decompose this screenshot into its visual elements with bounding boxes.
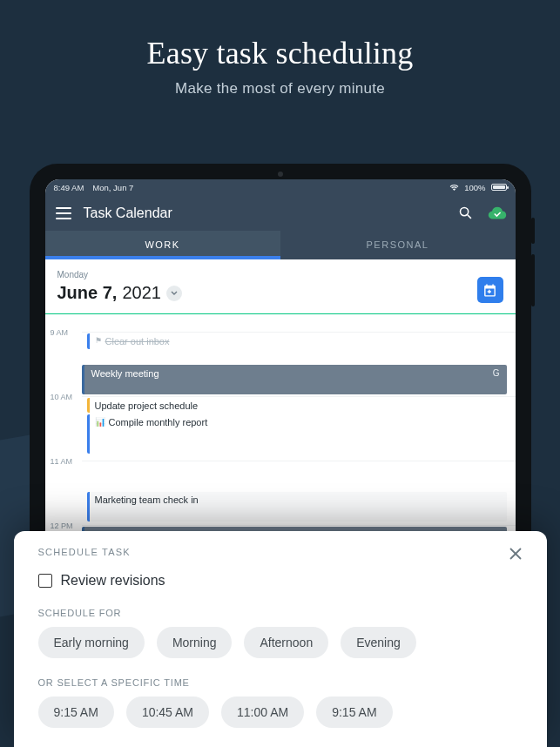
battery-icon bbox=[491, 184, 507, 191]
hour-line bbox=[82, 396, 516, 397]
chart-icon: 📊 bbox=[95, 417, 105, 427]
chip-time-2[interactable]: 10:45 AM bbox=[126, 697, 209, 728]
wifi-icon bbox=[449, 184, 459, 191]
statusbar-time: 8:49 AM bbox=[54, 183, 84, 192]
statusbar-date: Mon, Jun 7 bbox=[92, 183, 133, 192]
specific-time-label: OR SELECT A SPECIFIC TIME bbox=[38, 677, 523, 688]
event-item[interactable]: Weekly meeting G bbox=[82, 365, 507, 394]
hero-title: Easy task scheduling bbox=[0, 35, 560, 71]
tab-work[interactable]: WORK bbox=[45, 231, 280, 259]
camera-dot bbox=[278, 172, 283, 177]
menu-icon[interactable] bbox=[56, 207, 71, 219]
hero-subtitle: Make the most of every minute bbox=[0, 80, 560, 98]
tabs: WORK PERSONAL bbox=[45, 231, 516, 259]
flag-icon: ⚑ bbox=[95, 336, 102, 345]
date-year: 2021 bbox=[122, 283, 161, 303]
tab-personal[interactable]: PERSONAL bbox=[280, 231, 516, 259]
hour-label: 12 PM bbox=[51, 522, 73, 530]
chip-afternoon[interactable]: Afternoon bbox=[244, 627, 328, 658]
appbar: Task Calendar bbox=[45, 195, 516, 231]
time-of-day-chips: Early morning Morning Afternoon Evening bbox=[38, 627, 523, 658]
cloud-sync-icon[interactable] bbox=[488, 206, 507, 220]
chip-time-3[interactable]: 11:00 AM bbox=[221, 697, 304, 728]
add-event-button[interactable] bbox=[477, 277, 503, 303]
svg-point-0 bbox=[460, 207, 468, 215]
date-month-day: June 7, bbox=[57, 283, 118, 303]
svg-line-1 bbox=[468, 215, 471, 219]
sheet-eyebrow: SCHEDULE TASK bbox=[38, 547, 131, 557]
statusbar-battery-pct: 100% bbox=[464, 183, 485, 192]
event-title: Clear out inbox bbox=[105, 336, 170, 347]
hour-line bbox=[82, 332, 516, 333]
chip-morning[interactable]: Morning bbox=[157, 627, 233, 658]
weekday-label: Monday bbox=[57, 270, 182, 279]
chip-time-4[interactable]: 9:15 AM bbox=[316, 697, 392, 728]
chip-evening[interactable]: Evening bbox=[341, 627, 416, 658]
hero: Easy task scheduling Make the most of ev… bbox=[0, 0, 560, 98]
event-item[interactable]: Marketing team check in bbox=[87, 492, 507, 522]
event-title: Update project schedule bbox=[95, 400, 199, 411]
schedule-task-sheet: SCHEDULE TASK Review revisions SCHEDULE … bbox=[14, 531, 547, 747]
task-checkbox[interactable] bbox=[38, 574, 52, 588]
date-header: Monday June 7, 2021 bbox=[45, 259, 516, 314]
date-picker-dropdown[interactable] bbox=[166, 286, 182, 301]
close-icon[interactable] bbox=[509, 547, 523, 564]
event-item[interactable]: Update project schedule bbox=[87, 398, 507, 413]
search-icon[interactable] bbox=[456, 204, 476, 223]
hour-line bbox=[82, 461, 516, 461]
hour-line bbox=[82, 525, 516, 526]
event-item[interactable]: ⚑ Clear out inbox bbox=[87, 333, 507, 349]
chip-early-morning[interactable]: Early morning bbox=[38, 627, 145, 658]
schedule-for-label: SCHEDULE FOR bbox=[38, 608, 523, 618]
event-title: Marketing team check in bbox=[95, 495, 199, 505]
task-name: Review revisions bbox=[61, 573, 165, 589]
hour-label: 9 AM bbox=[51, 328, 69, 337]
specific-time-chips: 9:15 AM 10:45 AM 11:00 AM 9:15 AM bbox=[38, 697, 523, 728]
hour-label: 10 AM bbox=[51, 393, 73, 401]
event-item[interactable]: 📊 Compile monthly report bbox=[87, 414, 507, 454]
chip-time-1[interactable]: 9:15 AM bbox=[38, 697, 114, 728]
event-title: Compile monthly report bbox=[109, 417, 208, 427]
appbar-title: Task Calendar bbox=[84, 205, 444, 221]
hour-label: 11 AM bbox=[51, 457, 73, 466]
event-title: Weekly meeting bbox=[91, 368, 159, 379]
event-source-badge: G bbox=[493, 368, 500, 378]
statusbar: 8:49 AM Mon, Jun 7 100% bbox=[45, 179, 516, 195]
